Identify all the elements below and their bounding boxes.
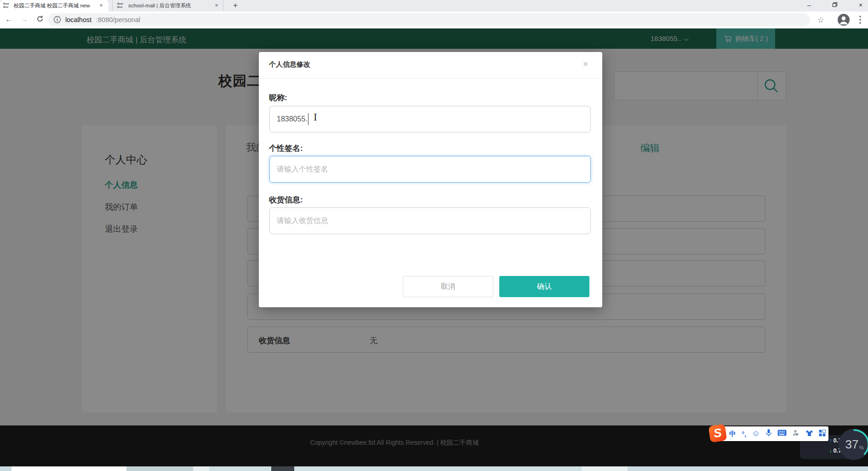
signature-input[interactable]: 请输入个性签名 [269,156,591,183]
tab-current[interactable]: NewBee 校园二手商城 校园二手商城 new × [0,0,108,11]
new-tab-button[interactable]: + [231,1,240,10]
url-field[interactable]: localhost :8080/personal [48,13,810,26]
bookmark-star-icon[interactable]: ☆ [816,15,826,25]
ime-toolbar[interactable]: 中 °, ☺ [718,426,828,441]
nickname-label: 昵称: [269,92,287,103]
shipping-label: 收货信息: [269,195,303,205]
tab-school-mall[interactable]: NewBee school-mall | 后台管理系统 × [112,0,223,11]
newbee-favicon: NewBee [3,2,11,10]
restore-icon [832,2,838,7]
edit-profile-modal: 个人信息修改 × 昵称: 1838055. 个性签名: 请输入个性签名 收货信息… [259,52,602,307]
back-icon[interactable]: ← [4,15,14,23]
refresh-icon[interactable] [35,15,45,24]
tab-close-icon[interactable]: × [213,2,220,9]
profile-avatar-icon[interactable] [837,13,850,28]
window-restore-button[interactable] [831,1,839,10]
ime-chinese-mode-icon[interactable]: 中 [729,430,736,438]
nickname-value: 1838055. [277,115,308,123]
nickname-input[interactable]: 1838055. [269,106,591,132]
sogou-ime-logo[interactable]: S [708,424,727,443]
background-window-strip [0,466,868,471]
window-minimize-button[interactable]: – [805,1,813,10]
screen: NewBee 校园二手商城 校园二手商城 new × NewBee school… [0,0,868,471]
ime-toolbox-icon[interactable] [819,430,826,438]
newbee-favicon: NewBee [117,2,126,10]
confirm-button[interactable]: 确认 [499,276,589,297]
ime-mic-icon[interactable] [765,429,772,439]
tab-title: school-mall | 后台管理系统 [128,2,211,9]
signature-placeholder: 请输入个性签名 [277,165,328,174]
upload-arrow-icon: ↑ [829,437,832,444]
url-host: localhost [65,16,91,23]
tab-title: 校园二手商城 校园二手商城 new [14,2,96,9]
ime-keyboard-icon[interactable] [777,430,787,438]
ime-punctuation-icon[interactable]: °, [742,430,746,438]
divider [259,78,602,79]
info-icon[interactable] [53,16,61,25]
ime-account-icon[interactable] [792,429,799,438]
text-caret [308,113,309,125]
shipping-input[interactable]: 请输入收货信息 [269,207,591,234]
browser-menu-kebab-icon[interactable] [859,15,862,26]
browser-tab-strip: NewBee 校园二手商城 校园二手商城 new × NewBee school… [0,0,868,11]
ime-skin-icon[interactable] [805,430,813,438]
mouse-ibeam-cursor: I [314,111,317,123]
cancel-button[interactable]: 取消 [403,276,493,297]
modal-close-icon[interactable]: × [579,57,592,70]
shipping-placeholder: 请输入收货信息 [277,216,328,226]
forward-icon[interactable]: → [19,15,29,23]
modal-title: 个人信息修改 [269,60,310,69]
tab-close-icon[interactable]: × [97,2,105,9]
gauge-value: 37 [845,437,859,451]
ime-emoji-icon[interactable]: ☺ [752,429,760,438]
gauge-unit: % [859,445,864,450]
window-close-button[interactable]: × [857,1,865,10]
url-path: :8080/personal [96,16,140,23]
browser-address-bar: ← → localhost :8080/personal ☆ [0,11,868,29]
battery-gauge-widget[interactable]: 37 % [838,428,868,463]
download-arrow-icon: ↓ [829,448,832,454]
signature-label: 个性签名: [269,143,303,154]
